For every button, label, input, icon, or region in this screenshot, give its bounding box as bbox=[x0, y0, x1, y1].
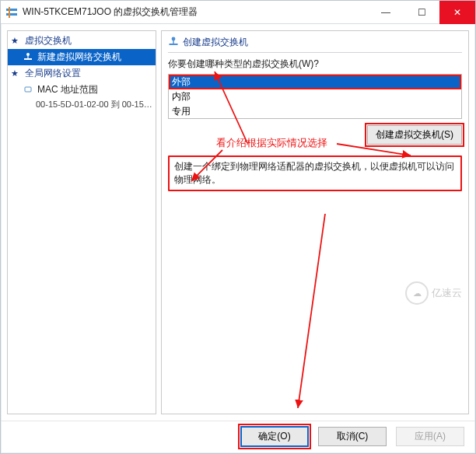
app-icon bbox=[5, 6, 18, 19]
svg-rect-8 bbox=[170, 44, 178, 45]
svg-line-13 bbox=[298, 214, 325, 408]
create-switch-button[interactable]: 创建虚拟交换机(S) bbox=[367, 125, 462, 145]
arrow-icon bbox=[278, 210, 341, 412]
left-tree: ★ 虚拟交换机 新建虚拟网络交换机 ★ 全局网络设置 bbox=[7, 30, 156, 414]
tree-label: 虚拟交换机 bbox=[25, 34, 72, 47]
tree-mac-detail: 00-15-5D-01-02-00 到 00-15-5D-0... bbox=[8, 98, 156, 111]
star-icon: ★ bbox=[11, 36, 22, 46]
type-option-internal[interactable]: 内部 bbox=[169, 89, 461, 104]
svg-rect-4 bbox=[24, 58, 32, 60]
dialog-body: ★ 虚拟交换机 新建虚拟网络交换机 ★ 全局网络设置 bbox=[1, 24, 475, 421]
tree-item-new-switch[interactable]: 新建虚拟网络交换机 bbox=[8, 49, 156, 65]
maximize-button[interactable]: ☐ bbox=[404, 1, 439, 24]
window-title: WIN-5TKCEM71JOO 的虚拟交换机管理器 bbox=[23, 5, 368, 19]
net-icon bbox=[168, 36, 179, 49]
svg-rect-0 bbox=[6, 9, 17, 11]
tree-root-global[interactable]: ★ 全局网络设置 bbox=[8, 65, 156, 82]
right-content: 创建虚拟交换机 你要创建哪种类型的虚拟交换机(W)? 外部 内部 专用 创建虚拟… bbox=[161, 30, 469, 414]
type-option-private[interactable]: 专用 bbox=[169, 104, 461, 119]
ok-button[interactable]: 确定(O) bbox=[240, 426, 309, 447]
svg-rect-5 bbox=[27, 55, 28, 58]
window-controls: — ☐ ✕ bbox=[368, 1, 475, 24]
svg-rect-6 bbox=[25, 87, 31, 92]
titlebar: WIN-5TKCEM71JOO 的虚拟交换机管理器 — ☐ ✕ bbox=[1, 1, 475, 24]
apply-button: 应用(A) bbox=[396, 427, 464, 446]
type-description: 创建一个绑定到物理网络适配器的虚拟交换机，以便虚拟机可以访问物理网络。 bbox=[168, 155, 462, 191]
svg-rect-1 bbox=[6, 13, 17, 16]
watermark: ☁ 亿速云 bbox=[405, 281, 462, 305]
section-title: 创建虚拟交换机 bbox=[183, 36, 248, 49]
switch-type-list[interactable]: 外部 内部 专用 bbox=[168, 74, 462, 119]
minimize-button[interactable]: — bbox=[368, 1, 404, 24]
cancel-button[interactable]: 取消(C) bbox=[318, 427, 387, 446]
tree-item-mac[interactable]: MAC 地址范围 bbox=[8, 82, 156, 98]
dialog-footer: 确定(O) 取消(C) 应用(A) bbox=[1, 421, 475, 452]
tree-label: 新建虚拟网络交换机 bbox=[37, 51, 121, 64]
net-icon bbox=[23, 52, 34, 63]
star-icon: ★ bbox=[11, 68, 22, 79]
watermark-text: 亿速云 bbox=[432, 286, 462, 300]
tree-label: 全局网络设置 bbox=[25, 67, 81, 80]
svg-rect-2 bbox=[9, 7, 10, 18]
tree-label: MAC 地址范围 bbox=[37, 83, 98, 96]
tag-icon bbox=[23, 85, 34, 96]
svg-line-11 bbox=[337, 144, 411, 155]
window-root: WIN-5TKCEM71JOO 的虚拟交换机管理器 — ☐ ✕ ★ 虚拟交换机 … bbox=[0, 0, 476, 454]
section-header: 创建虚拟交换机 bbox=[168, 36, 462, 53]
close-button[interactable]: ✕ bbox=[439, 1, 475, 24]
tree-root-virtual-switch[interactable]: ★ 虚拟交换机 bbox=[8, 33, 156, 49]
svg-rect-9 bbox=[173, 40, 173, 44]
type-prompt: 你要创建哪种类型的虚拟交换机(W)? bbox=[168, 58, 462, 71]
type-option-external[interactable]: 外部 bbox=[169, 75, 461, 89]
